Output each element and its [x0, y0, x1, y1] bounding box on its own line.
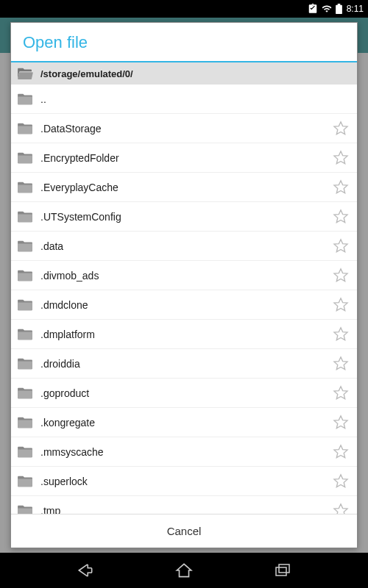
favorite-star-button[interactable]: [330, 118, 351, 139]
folder-row[interactable]: .droiddia: [11, 349, 357, 379]
folder-icon: [17, 475, 33, 488]
folder-name: ..: [40, 93, 351, 105]
clipboard-icon: [308, 4, 318, 14]
folder-icon: [17, 504, 33, 514]
wifi-icon: [321, 4, 333, 14]
nav-home-button[interactable]: [171, 557, 197, 584]
dialog-title: Open file: [11, 23, 357, 61]
current-path-text: /storage/emulated/0/: [40, 68, 133, 79]
folder-icon: [17, 357, 33, 370]
folder-open-icon: [17, 67, 33, 80]
folder-row[interactable]: .data: [11, 232, 357, 261]
folder-name: .EveryplayCache: [40, 182, 330, 193]
folder-row[interactable]: .tmp: [11, 496, 357, 514]
folder-icon: [17, 240, 33, 253]
folder-icon: [17, 151, 33, 165]
folder-row[interactable]: .UTSystemConfig: [11, 202, 357, 232]
favorite-star-button[interactable]: [330, 265, 351, 286]
folder-row[interactable]: .EveryplayCache: [11, 173, 357, 202]
folder-icon: [17, 328, 33, 341]
folder-row[interactable]: .DataStorage: [11, 114, 357, 143]
folder-name: .data: [40, 240, 330, 252]
folder-name: .EncryptedFolder: [40, 152, 330, 164]
cancel-button[interactable]: Cancel: [11, 514, 357, 548]
favorite-star-button[interactable]: [330, 354, 351, 374]
folder-name: .dmplatform: [40, 329, 330, 340]
folder-name: .kongregate: [40, 417, 330, 429]
folder-name: .superlock: [40, 476, 330, 487]
folder-row[interactable]: .dmplatform: [11, 320, 357, 349]
favorite-star-button[interactable]: [330, 236, 351, 257]
folder-icon: [17, 269, 33, 282]
folder-icon: [17, 210, 33, 223]
svg-rect-0: [276, 567, 286, 576]
folder-row[interactable]: .EncryptedFolder: [11, 143, 357, 173]
favorite-star-button[interactable]: [330, 501, 351, 514]
folder-row[interactable]: .kongregate: [11, 408, 357, 437]
folder-icon: [17, 122, 33, 135]
folder-name: .tmp: [40, 505, 330, 514]
favorite-star-button[interactable]: [330, 471, 351, 492]
folder-row[interactable]: .mmsyscache: [11, 437, 357, 467]
favorite-star-button[interactable]: [330, 148, 351, 168]
svg-rect-1: [279, 564, 289, 573]
favorite-star-button[interactable]: [330, 383, 351, 404]
folder-icon: [17, 93, 33, 106]
nav-back-button[interactable]: [72, 557, 99, 584]
folder-icon: [17, 387, 33, 400]
favorite-star-button[interactable]: [330, 324, 351, 345]
folder-name: .UTSystemConfig: [40, 211, 330, 223]
current-path-row[interactable]: /storage/emulated/0/: [11, 62, 357, 85]
folder-icon: [17, 416, 33, 429]
folder-name: .droiddia: [40, 358, 330, 370]
folder-row[interactable]: ..: [11, 85, 357, 114]
folder-name: .mmsyscache: [40, 446, 330, 458]
battery-icon: [336, 4, 342, 14]
folder-list[interactable]: ...DataStorage.EncryptedFolder.Everyplay…: [11, 85, 357, 514]
favorite-star-button[interactable]: [330, 412, 351, 433]
status-time: 8:11: [347, 4, 364, 14]
nav-recent-button[interactable]: [269, 557, 296, 584]
folder-row[interactable]: .superlock: [11, 467, 357, 496]
favorite-star-button[interactable]: [330, 207, 351, 227]
folder-row[interactable]: .divmob_ads: [11, 261, 357, 290]
open-file-dialog: Open file /storage/emulated/0/ ...DataSt…: [10, 22, 358, 548]
folder-name: .divmob_ads: [40, 270, 330, 282]
folder-name: .dmdclone: [40, 299, 330, 311]
favorite-star-button[interactable]: [330, 177, 351, 198]
folder-icon: [17, 445, 33, 459]
folder-name: .DataStorage: [40, 123, 330, 135]
android-nav-bar: [0, 553, 368, 588]
favorite-star-button[interactable]: [330, 295, 351, 315]
folder-name: .goproduct: [40, 387, 330, 399]
android-status-bar: 8:11: [0, 0, 368, 18]
folder-row[interactable]: .dmdclone: [11, 290, 357, 320]
folder-row[interactable]: .goproduct: [11, 379, 357, 408]
folder-icon: [17, 181, 33, 194]
favorite-star-button[interactable]: [330, 442, 351, 462]
folder-icon: [17, 298, 33, 312]
